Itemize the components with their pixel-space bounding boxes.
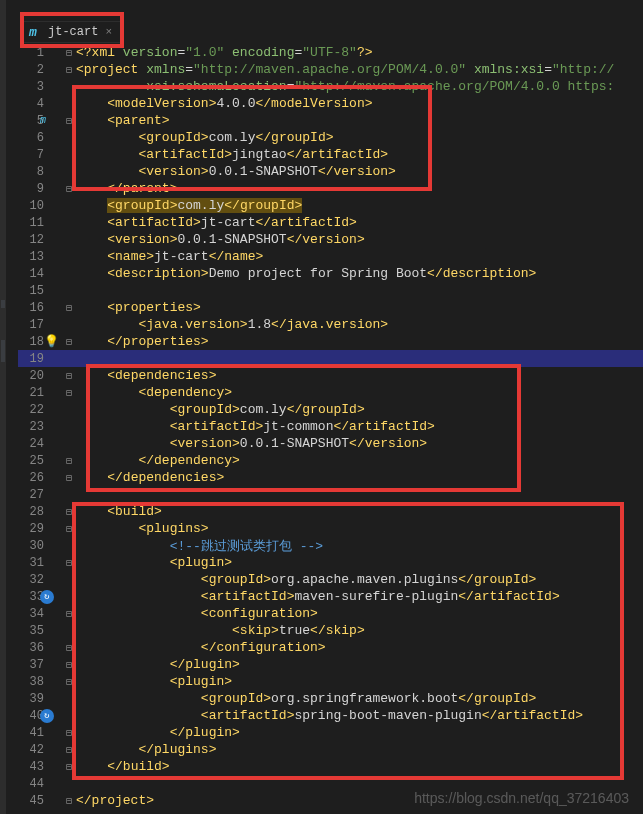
code-content[interactable]: </dependencies> [76,470,643,485]
fold-icon[interactable]: ⊟ [66,115,72,127]
code-line[interactable]: 28⊟ <build> [18,503,643,520]
code-content[interactable]: <project xmlns="http://maven.apache.org/… [76,62,643,77]
fold-icon[interactable]: ⊟ [66,744,72,756]
fold-icon[interactable]: ⊟ [66,183,72,195]
code-line[interactable]: 29⊟ <plugins> [18,520,643,537]
fold-icon[interactable]: ⊟ [66,761,72,773]
breakpoint-icon[interactable]: ↻ [40,590,54,604]
code-content[interactable]: </parent> [76,181,643,196]
close-icon[interactable]: × [103,26,112,38]
code-line[interactable]: 34⊟ <configuration> [18,605,643,622]
code-content[interactable]: </configuration> [76,640,643,655]
code-content[interactable]: </plugins> [76,742,643,757]
code-content[interactable]: <groupId>com.ly</groupId> [76,198,643,213]
fold-icon[interactable]: ⊟ [66,47,72,59]
fold-icon[interactable]: ⊟ [66,387,72,399]
code-line[interactable]: 19 [18,350,643,367]
code-content[interactable]: <parent> [76,113,643,128]
code-content[interactable]: </plugin> [76,725,643,740]
file-tab[interactable]: m jt-cart × [20,21,121,43]
code-line[interactable]: 10 <groupId>com.ly</groupId> [18,197,643,214]
code-line[interactable]: 40↻ <artifactId>spring-boot-maven-plugin… [18,707,643,724]
code-line[interactable]: 41⊟ </plugin> [18,724,643,741]
code-line[interactable]: 21⊟ <dependency> [18,384,643,401]
code-line[interactable]: 7 <artifactId>jingtao</artifactId> [18,146,643,163]
code-content[interactable]: <properties> [76,300,643,315]
code-content[interactable]: </properties> [76,334,643,349]
code-line[interactable]: 18💡⊟ </properties> [18,333,643,350]
code-line[interactable]: 27 [18,486,643,503]
code-content[interactable]: <groupId>com.ly</groupId> [76,130,643,145]
code-content[interactable]: <java.version>1.8</java.version> [76,317,643,332]
code-line[interactable]: 11 <artifactId>jt-cart</artifactId> [18,214,643,231]
code-line[interactable]: 3 xsi:schemaLocation="http://maven.apach… [18,78,643,95]
code-line[interactable]: 25⊟ </dependency> [18,452,643,469]
code-content[interactable]: <description>Demo project for Spring Boo… [76,266,643,281]
fold-icon[interactable]: ⊟ [66,659,72,671]
code-line[interactable]: 33↻ <artifactId>maven-surefire-plugin</a… [18,588,643,605]
code-content[interactable]: <?xml version="1.0" encoding="UTF-8"?> [76,45,643,60]
code-line[interactable]: 30 <!--跳过测试类打包 --> [18,537,643,554]
code-content[interactable]: <!--跳过测试类打包 --> [76,537,643,555]
fold-icon[interactable]: ⊟ [66,795,72,807]
code-line[interactable]: 38⊟ <plugin> [18,673,643,690]
code-content[interactable]: </build> [76,759,643,774]
fold-icon[interactable]: ⊟ [66,642,72,654]
code-line[interactable]: 36⊟ </configuration> [18,639,643,656]
code-line[interactable]: 23 <artifactId>jt-common</artifactId> [18,418,643,435]
code-line[interactable]: 1⊟<?xml version="1.0" encoding="UTF-8"?> [18,44,643,61]
code-line[interactable]: 15 [18,282,643,299]
code-line[interactable]: 17 <java.version>1.8</java.version> [18,316,643,333]
code-line[interactable]: 31⊟ <plugin> [18,554,643,571]
code-editor[interactable]: 1⊟<?xml version="1.0" encoding="UTF-8"?>… [18,44,643,814]
code-line[interactable]: 5m⊟ <parent> [18,112,643,129]
fold-icon[interactable]: ⊟ [66,676,72,688]
code-content[interactable]: <configuration> [76,606,643,621]
fold-icon[interactable]: ⊟ [66,370,72,382]
code-content[interactable]: <version>0.0.1-SNAPSHOT</version> [76,232,643,247]
code-content[interactable]: <dependencies> [76,368,643,383]
fold-icon[interactable]: ⊟ [66,727,72,739]
code-line[interactable]: 24 <version>0.0.1-SNAPSHOT</version> [18,435,643,452]
code-line[interactable]: 44 [18,775,643,792]
code-content[interactable]: <modelVersion>4.0.0</modelVersion> [76,96,643,111]
fold-icon[interactable]: ⊟ [66,506,72,518]
fold-icon[interactable]: ⊟ [66,557,72,569]
code-line[interactable]: 45⊟</project> [18,792,643,809]
code-line[interactable]: 22 <groupId>com.ly</groupId> [18,401,643,418]
code-content[interactable]: <version>0.0.1-SNAPSHOT</version> [76,164,643,179]
code-content[interactable]: <artifactId>jt-cart</artifactId> [76,215,643,230]
code-line[interactable]: 9⊟ </parent> [18,180,643,197]
code-content[interactable]: <groupId>org.apache.maven.plugins</group… [76,572,643,587]
code-content[interactable]: <name>jt-cart</name> [76,249,643,264]
code-line[interactable]: 43⊟ </build> [18,758,643,775]
fold-icon[interactable]: ⊟ [66,302,72,314]
code-content[interactable]: <artifactId>spring-boot-maven-plugin</ar… [76,708,643,723]
code-line[interactable]: 12 <version>0.0.1-SNAPSHOT</version> [18,231,643,248]
code-line[interactable]: 26⊟ </dependencies> [18,469,643,486]
code-content[interactable]: </dependency> [76,453,643,468]
code-line[interactable]: 16⊟ <properties> [18,299,643,316]
lightbulb-icon[interactable]: 💡 [44,334,59,349]
code-content[interactable]: <groupId>com.ly</groupId> [76,402,643,417]
code-content[interactable]: xsi:schemaLocation="http://maven.apache.… [76,79,643,94]
code-line[interactable]: 6 <groupId>com.ly</groupId> [18,129,643,146]
breakpoint-icon[interactable]: ↻ [40,709,54,723]
code-content[interactable]: <version>0.0.1-SNAPSHOT</version> [76,436,643,451]
code-line[interactable]: 4 <modelVersion>4.0.0</modelVersion> [18,95,643,112]
code-content[interactable]: <plugin> [76,674,643,689]
code-line[interactable]: 14 <description>Demo project for Spring … [18,265,643,282]
code-content[interactable]: </project> [76,793,643,808]
code-line[interactable]: 42⊟ </plugins> [18,741,643,758]
fold-icon[interactable]: ⊟ [66,523,72,535]
code-line[interactable]: 37⊟ </plugin> [18,656,643,673]
code-content[interactable]: </plugin> [76,657,643,672]
code-content[interactable]: <artifactId>maven-surefire-plugin</artif… [76,589,643,604]
fold-icon[interactable]: ⊟ [66,608,72,620]
fold-icon[interactable]: ⊟ [66,472,72,484]
code-line[interactable]: 13 <name>jt-cart</name> [18,248,643,265]
code-line[interactable]: 20⊟ <dependencies> [18,367,643,384]
code-content[interactable]: <build> [76,504,643,519]
code-content[interactable]: <plugin> [76,555,643,570]
code-content[interactable]: <artifactId>jt-common</artifactId> [76,419,643,434]
